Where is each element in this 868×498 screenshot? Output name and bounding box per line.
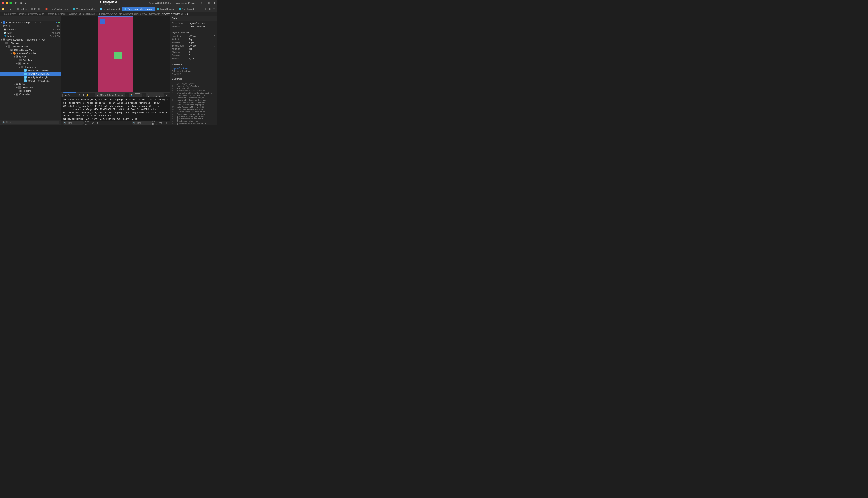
- tree-constraints[interactable]: ▶ C Constraints: [0, 65, 61, 69]
- bt-13[interactable]: 13@objc MainViewController.view...: [170, 113, 217, 115]
- tree-uiview2[interactable]: ▶ UI UIView: [0, 62, 61, 65]
- scrollbar-h[interactable]: [61, 92, 170, 93]
- record-btn[interactable]: [62, 94, 63, 97]
- tree-safearea[interactable]: □ Safe Area: [0, 58, 61, 62]
- maximize-console-icon[interactable]: ⤢: [165, 93, 169, 97]
- step-into-btn[interactable]: ↓: [71, 93, 73, 97]
- tree-constraint-top[interactable]: ≡ view.top = view.top @...: [0, 72, 61, 76]
- clear-console-icon[interactable]: 🗑: [160, 121, 163, 124]
- tree-constraint-bottom[interactable]: ≡ view.bottom = view.bo...: [0, 69, 61, 72]
- bt-16[interactable]: 16-[UIViewController view]: [170, 120, 217, 122]
- scrollbar-thumb-h[interactable]: [63, 92, 76, 93]
- bc-1[interactable]: STSideRefresh_Example: [2, 13, 26, 15]
- tree-scene[interactable]: ▶ UI UIWindowScene - (Foreground Active): [0, 38, 61, 41]
- bc-8[interactable]: Constraints: [149, 13, 160, 15]
- folder-icon[interactable]: 📁: [1, 7, 5, 11]
- grid-icon[interactable]: ⊞: [204, 7, 207, 11]
- bc-5[interactable]: UIDropShadowView: [98, 13, 117, 15]
- bt-4[interactable]: 4@noneobjc NSLayoutConstraint.init(fro..…: [170, 92, 217, 94]
- step-out-btn[interactable]: ↑: [74, 93, 76, 97]
- chevron-right-icon[interactable]: ›: [197, 7, 201, 11]
- toolbar-left[interactable]: 📁 ‹ ›: [1, 7, 14, 11]
- bt-12[interactable]: 12MainViewController.viewDidLoa...: [170, 110, 217, 113]
- panel-right-icon[interactable]: ⊟: [212, 7, 216, 11]
- thread-btn[interactable]: ⋯: [90, 93, 93, 97]
- bt-14[interactable]: 14-[UIViewController _sendView...: [170, 115, 217, 118]
- bc-2[interactable]: UIWindowScene - (Foreground Active): [28, 13, 65, 15]
- window-controls[interactable]: [2, 2, 12, 4]
- tab-app[interactable]: AppDelegate: [177, 6, 197, 11]
- stop-icon[interactable]: ■: [19, 1, 23, 5]
- tree-cpu[interactable]: CPU CPU 0%: [0, 24, 61, 28]
- tree-area[interactable]: ▶ A STSideRefresh_Example PID 5414 CPU C…: [0, 21, 61, 120]
- bt-5[interactable]: 5Constraint.init(from:to:relation:s...: [170, 94, 217, 96]
- tree-network[interactable]: 🌐 Network Zero KB/s: [0, 35, 61, 38]
- tree-uibutton[interactable]: B UIButton: [0, 89, 61, 93]
- bt-10[interactable]: 10static ConstraintMaker.makeC...: [170, 106, 217, 108]
- sidebar-toggle-icon[interactable]: ⊞: [14, 1, 18, 5]
- output-filter-input[interactable]: 🔍 Filter: [131, 121, 153, 124]
- list-icon[interactable]: ≡: [208, 7, 212, 11]
- tree-uiview3[interactable]: ▶ UI UIView: [0, 82, 61, 86]
- tree-constraint-right[interactable]: ≡ view.right = view.right...: [0, 76, 61, 79]
- play-debug-btn[interactable]: ▶: [65, 93, 67, 97]
- tree-constraints3[interactable]: ▶ C Constraints: [0, 93, 61, 96]
- dt-chevron-icon[interactable]: ›: [126, 93, 128, 97]
- pause-btn[interactable]: ⏸: [82, 93, 84, 97]
- toolbar-right[interactable]: ⊞ ≡ ⊟: [202, 7, 216, 11]
- close-button[interactable]: [2, 2, 4, 4]
- maximize-button[interactable]: [9, 2, 12, 4]
- tab-view-hier[interactable]: View hierar...sh_Example: [122, 6, 155, 11]
- tab-img[interactable]: ImageDrawing: [155, 6, 177, 11]
- tree-uidrop[interactable]: ▶ UI UIDropShadowView: [0, 48, 61, 52]
- console-filter-input[interactable]: 🔍 Filter: [63, 121, 84, 124]
- dt-chevron2-icon[interactable]: ›: [143, 93, 144, 97]
- tree-constraints2[interactable]: ▶ C Constraints: [0, 86, 61, 89]
- bc-3[interactable]: UIWindow: [67, 13, 77, 15]
- tree-uitransition[interactable]: ▶ UI UITransitionView: [0, 45, 61, 48]
- nav-forward-icon[interactable]: ›: [9, 7, 12, 11]
- tab-main[interactable]: MainViewController: [71, 6, 98, 11]
- console-settings-icon[interactable]: ⚙: [91, 121, 94, 124]
- bt-17[interactable]: 17-[UIWindow addRootViewContro...: [170, 122, 217, 124]
- bc-7[interactable]: UIView: [140, 13, 147, 15]
- tree-disk[interactable]: 💿 Disk 48 KB/s: [0, 31, 61, 35]
- nav-back-icon[interactable]: ‹: [5, 7, 9, 11]
- bt-15[interactable]: 15-[UIViewController loadViewIfR...: [170, 118, 217, 120]
- bt-9[interactable]: 9static ConstraintMaker.prepare...: [170, 104, 217, 106]
- bt-6[interactable]: 6Constraint.__allocating_init(fro...: [170, 96, 217, 99]
- continue-btn[interactable]: ⟳: [78, 93, 80, 97]
- bt-3[interactable]: 3+[NSLayoutConstraint constrain...: [170, 89, 217, 92]
- bt-0[interactable]: 0_malloc_zone_calloc: [170, 82, 217, 85]
- tree-app[interactable]: ▶ A STSideRefresh_Example PID 5414: [0, 21, 61, 24]
- split-left-icon[interactable]: ◫: [207, 1, 210, 5]
- bt-8[interactable]: 8ConstraintDescription.constrain...: [170, 101, 217, 104]
- tab-layout[interactable]: LayoutConstraint: [98, 6, 122, 11]
- split-console-icon[interactable]: ⊞: [165, 121, 168, 124]
- tree-constraint-left[interactable]: ≡ view.left = view.left @...: [0, 79, 61, 82]
- play-icon[interactable]: ▶: [24, 1, 27, 5]
- bt-1[interactable]: 1_objc_rootAllocWithZone: [170, 85, 217, 87]
- tab-podfile[interactable]: Podfile: [29, 6, 43, 11]
- scrollbar-track-h[interactable]: [61, 92, 169, 93]
- bc-4[interactable]: UITransitionView: [79, 13, 95, 15]
- add-icon[interactable]: ＋: [200, 1, 203, 5]
- bc-6[interactable]: MainViewController: [119, 13, 138, 15]
- split-right-icon[interactable]: ◨: [212, 1, 215, 5]
- tree-mainvc[interactable]: ▶ ⊙ MainViewController: [0, 52, 61, 55]
- tab-lottie[interactable]: LottieViewController: [43, 6, 71, 11]
- rp-backtrace-list[interactable]: 0_malloc_zone_calloc 1_objc_rootAllocWit…: [170, 82, 217, 124]
- bt-11[interactable]: 11ConstraintViewDSL.makeConst...: [170, 108, 217, 110]
- sidebar-filter[interactable]: 🔍 Filter: [2, 121, 59, 124]
- console-auto-icon[interactable]: Auto ◇: [86, 121, 89, 124]
- exception-btn[interactable]: ⚡: [86, 93, 89, 97]
- bc-9[interactable]: view.top = view.top @ 1000: [162, 13, 188, 15]
- console-info-icon[interactable]: ℹ: [96, 121, 99, 124]
- tab-podfile-dir[interactable]: Podfile: [15, 6, 29, 11]
- bt-2[interactable]: 2objc_alloc_init: [170, 87, 217, 89]
- tree-memory[interactable]: 🔲 Memory 12.1 MB: [0, 28, 61, 31]
- console-area[interactable]: STSideRefresh_Example(5414) MallocStackL…: [61, 97, 170, 121]
- tree-uiview1[interactable]: ▶ UI UIView: [0, 55, 61, 58]
- step-over-btn[interactable]: ↷: [68, 93, 70, 97]
- bt-7[interactable]: 7closure #1 in ConstraintDescript...: [170, 99, 217, 101]
